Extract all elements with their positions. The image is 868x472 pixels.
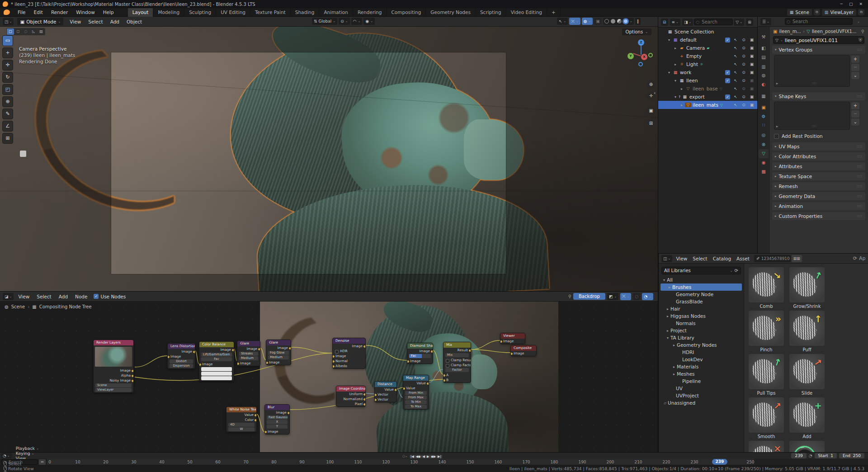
workspace-tab[interactable]: Compositing: [387, 8, 426, 17]
editor-type-dropdown[interactable]: ◪⌄: [3, 293, 14, 300]
node-socket-row[interactable]: W: [228, 427, 255, 431]
node-socket-row[interactable]: Lift/Gamma/Gain: [201, 353, 232, 357]
node-falloff-dropdown[interactable]: ◔⌄: [642, 293, 653, 300]
properties-tab-material[interactable]: ◉: [759, 158, 769, 167]
start-frame-field[interactable]: Start 1: [815, 453, 837, 458]
node-socket-row[interactable]: [201, 372, 232, 376]
node-socket-row[interactable]: B: [443, 378, 471, 382]
item-label[interactable]: ileen_base: [693, 86, 718, 91]
workspace-tab[interactable]: Shading: [291, 8, 320, 17]
properties-tab-world[interactable]: ◐: [759, 80, 769, 89]
editor-type-dropdown[interactable]: ◫⌄: [661, 255, 672, 262]
hide-viewport-toggle[interactable]: ⊙: [741, 54, 746, 58]
selectable-toggle[interactable]: ↖: [733, 38, 738, 42]
catalog-item[interactable]: ▸ Geometry Nodes: [659, 341, 744, 349]
exclude-checkbox[interactable]: ✓: [725, 78, 730, 83]
node-socket-row[interactable]: Image: [265, 410, 289, 415]
catalog-item[interactable]: Geometry Node: [659, 291, 744, 298]
node-socket-row[interactable]: Image: [333, 354, 365, 359]
node-socket-row[interactable]: Image: [168, 349, 195, 354]
node-socket-row[interactable]: Result: [443, 348, 471, 353]
tool-button[interactable]: ▭: [2, 35, 13, 46]
viewlayer-selector[interactable]: ▥ViewLayer: [822, 9, 856, 16]
node-socket-row[interactable]: Medium: [239, 356, 258, 360]
item-label[interactable]: Camera: [686, 45, 705, 51]
node-socket-row[interactable]: Fog Glow: [268, 351, 289, 355]
workspace-tab[interactable]: Video Editing: [506, 8, 547, 17]
rendered-shading-button[interactable]: [623, 19, 628, 24]
disable-render-toggle[interactable]: ▣: [749, 94, 755, 99]
zoom-icon[interactable]: ⊕: [646, 80, 656, 89]
node-socket-row[interactable]: Albedo: [333, 363, 365, 368]
catalog-item[interactable]: ▸ Meshes: [659, 370, 744, 378]
vertex-groups-list[interactable]: + − ⌄ ▸ ∷∷: [774, 55, 850, 87]
outliner-row[interactable]: ▾ ▦ Ileen ✓ ↖ ⊙ ▣: [658, 76, 757, 85]
properties-tab-physics[interactable]: ◎: [759, 131, 769, 140]
node-socket-row[interactable]: Image: [265, 429, 289, 434]
item-label[interactable]: Light: [686, 61, 698, 67]
expander-icon[interactable]: ▸: [673, 46, 678, 50]
remove-shape-key-button[interactable]: −: [851, 110, 859, 118]
disable-render-toggle[interactable]: ▣: [749, 103, 755, 107]
hide-viewport-toggle[interactable]: ⊙: [741, 62, 746, 66]
tool-button[interactable]: ∠: [2, 121, 13, 132]
node-socket-row[interactable]: From Max: [405, 396, 427, 400]
workspace-tab[interactable]: Texture Paint: [250, 8, 291, 17]
pin-icon[interactable]: ⚲: [568, 294, 571, 299]
options-dropdown[interactable]: Options⌄: [622, 28, 651, 35]
pivot-point-dropdown[interactable]: ⊙⌄: [339, 18, 349, 25]
menu-item[interactable]: File: [14, 9, 30, 15]
grid-view-toggle[interactable]: ⊞⊞: [792, 255, 802, 262]
blender-menu-icon[interactable]: [4, 9, 10, 15]
node-socket-row[interactable]: Value: [375, 387, 396, 392]
workspace-tab[interactable]: Layout: [128, 8, 154, 17]
node-socket-row[interactable]: Image: [199, 362, 234, 367]
compositor-menu-item[interactable]: Select: [33, 294, 55, 299]
refresh-icon[interactable]: ⟳: [853, 255, 857, 261]
compositor-menu-item[interactable]: Node: [71, 294, 91, 299]
snap-toggle[interactable]: ◠⌄: [351, 18, 363, 25]
node-socket-row[interactable]: Vector: [375, 397, 396, 402]
compositor-node[interactable]: Diamond Sharpen ImageFacImage: [407, 343, 433, 364]
expander-icon[interactable]: ▸: [665, 307, 670, 311]
workspace-tab[interactable]: UV Editing: [216, 8, 250, 17]
asset-card[interactable]: ✕ Delete: [746, 441, 786, 452]
viewport-menu-item[interactable]: View: [66, 19, 85, 24]
expand-arrows-icon[interactable]: ↔: [39, 459, 46, 465]
catalog-item[interactable]: ▸ Materials: [659, 363, 744, 370]
compositor-node[interactable]: Denoise ImageHDRImageNormalAlbedo: [332, 338, 366, 369]
compositor-menu-item[interactable]: Add: [55, 294, 71, 299]
selectable-toggle[interactable]: ↖: [733, 62, 738, 66]
playback-button[interactable]: ◀: [422, 455, 426, 458]
compositor-menu-item[interactable]: View: [14, 294, 33, 299]
node-socket-row[interactable]: To Min: [405, 400, 427, 404]
item-label[interactable]: export: [689, 94, 705, 99]
catalog-item[interactable]: ▸ Brushes: [660, 283, 742, 291]
workspace-tab[interactable]: Geometry Nodes: [426, 8, 476, 17]
node-header[interactable]: Glare: [266, 340, 291, 345]
perspective-toggle-icon[interactable]: ⊞: [646, 119, 656, 128]
node-header[interactable]: Mix: [443, 342, 471, 348]
tool-button[interactable]: ✎: [2, 109, 13, 119]
node-canvas[interactable]: ◍ Scene › ▦ Compositing Node Tree Render…: [0, 302, 658, 452]
properties-tab-particles[interactable]: ∷: [759, 121, 769, 130]
breadcrumb-data[interactable]: Ileen_poseUVFIX1...: [812, 29, 857, 34]
workspace-tab[interactable]: Modeling: [153, 8, 184, 17]
exclude-checkbox[interactable]: ✓: [725, 38, 730, 42]
node-socket-row[interactable]: Value: [403, 381, 429, 386]
pin-icon[interactable]: ⚲: [861, 29, 864, 34]
xray-toggle[interactable]: ▣: [594, 18, 602, 25]
sidebar-collapse-arrow[interactable]: ‹: [654, 90, 656, 96]
node-socket-row[interactable]: Alpha: [94, 373, 133, 378]
properties-tab-collection[interactable]: ▦: [759, 92, 769, 101]
menu-item[interactable]: Help: [99, 9, 118, 15]
node-socket-row[interactable]: Image: [407, 349, 433, 354]
add-vertex-group-button[interactable]: +: [851, 56, 859, 63]
asset-card[interactable]: Density: [787, 441, 827, 452]
expander-icon[interactable]: ▸: [665, 329, 670, 333]
node-socket-row[interactable]: Fast Gaussian: [267, 415, 288, 420]
asset-browser[interactable]: ◫⌄ ViewSelectCatalogAsset ✐ 12345678910 …: [658, 254, 868, 452]
node-socket-row[interactable]: Scene: [95, 383, 132, 387]
node-socket-row[interactable]: Value: [226, 412, 256, 417]
node-socket-row[interactable]: Image: [199, 347, 234, 352]
